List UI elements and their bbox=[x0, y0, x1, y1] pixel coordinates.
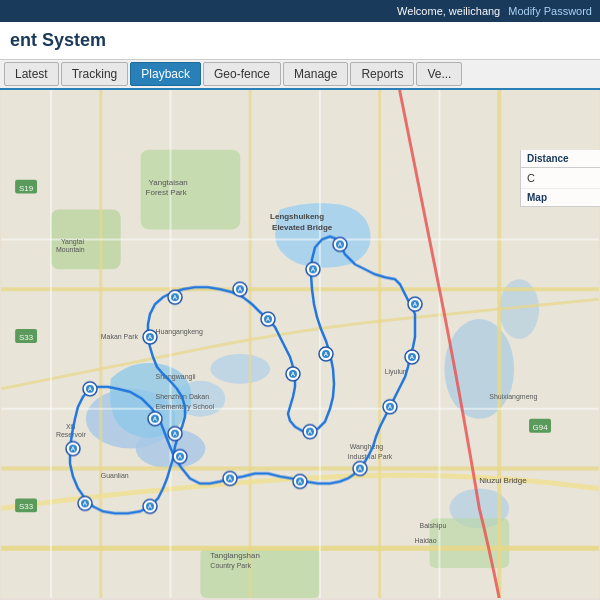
svg-text:Shuixiangmeng: Shuixiangmeng bbox=[489, 393, 537, 401]
nav-playback[interactable]: Playback bbox=[130, 62, 201, 86]
svg-text:Shangwangli: Shangwangli bbox=[156, 373, 196, 381]
map-background: Yangtaisan Forest Park Yangtai Mountain … bbox=[0, 90, 600, 598]
nav-tracking[interactable]: Tracking bbox=[61, 62, 129, 86]
nav-reports[interactable]: Reports bbox=[350, 62, 414, 86]
svg-text:Yangtaisan: Yangtaisan bbox=[149, 178, 188, 187]
app-title: ent System bbox=[10, 30, 106, 51]
svg-text:S19: S19 bbox=[19, 184, 34, 193]
map-label: Map bbox=[521, 189, 600, 207]
top-bar: Welcome, weilichang Modify Password bbox=[0, 0, 600, 22]
svg-text:Country Park: Country Park bbox=[210, 562, 251, 570]
title-bar: ent System bbox=[0, 22, 600, 60]
nav-bar: Latest Tracking Playback Geo-fence Manag… bbox=[0, 60, 600, 90]
map-container[interactable]: Yangtaisan Forest Park Yangtai Mountain … bbox=[0, 90, 600, 598]
svg-text:Xili: Xili bbox=[66, 423, 76, 430]
svg-text:S33: S33 bbox=[19, 502, 34, 511]
distance-label: Distance bbox=[521, 150, 600, 168]
svg-text:Elevated Bridge: Elevated Bridge bbox=[272, 223, 333, 232]
svg-text:Huangangkeng: Huangangkeng bbox=[156, 328, 203, 336]
map-controls: Distance C Map bbox=[520, 150, 600, 207]
svg-text:Liyulun: Liyulun bbox=[385, 368, 407, 376]
svg-text:Mountain: Mountain bbox=[56, 246, 85, 253]
svg-text:Industrial Park: Industrial Park bbox=[348, 453, 393, 460]
svg-text:Elementary School: Elementary School bbox=[156, 403, 215, 411]
svg-text:Haidao: Haidao bbox=[415, 537, 437, 544]
svg-text:Wangheng: Wangheng bbox=[350, 443, 384, 451]
nav-latest[interactable]: Latest bbox=[4, 62, 59, 86]
svg-text:Forest Park: Forest Park bbox=[146, 188, 187, 197]
svg-text:Yangtai: Yangtai bbox=[61, 238, 85, 246]
svg-text:Reservoir: Reservoir bbox=[56, 431, 86, 438]
welcome-text: Welcome, weilichang bbox=[397, 5, 500, 17]
svg-text:Tanglangshan: Tanglangshan bbox=[210, 551, 260, 560]
nav-geofence[interactable]: Geo-fence bbox=[203, 62, 281, 86]
svg-point-4 bbox=[210, 354, 270, 384]
svg-text:Shenzhen Dakan: Shenzhen Dakan bbox=[156, 393, 210, 400]
nav-vehicle[interactable]: Ve... bbox=[416, 62, 462, 86]
svg-text:Makan Park: Makan Park bbox=[101, 333, 139, 340]
svg-text:Lengshuikeng: Lengshuikeng bbox=[270, 212, 324, 221]
svg-text:G94: G94 bbox=[533, 423, 549, 432]
svg-text:Niuzui Bridge: Niuzui Bridge bbox=[479, 476, 527, 485]
svg-text:Guanlian: Guanlian bbox=[101, 472, 129, 479]
modify-password-link[interactable]: Modify Password bbox=[508, 5, 592, 17]
svg-text:Baishipu: Baishipu bbox=[420, 522, 447, 530]
nav-manage[interactable]: Manage bbox=[283, 62, 348, 86]
svg-text:S33: S33 bbox=[19, 333, 34, 342]
ctrl-c[interactable]: C bbox=[521, 168, 600, 189]
